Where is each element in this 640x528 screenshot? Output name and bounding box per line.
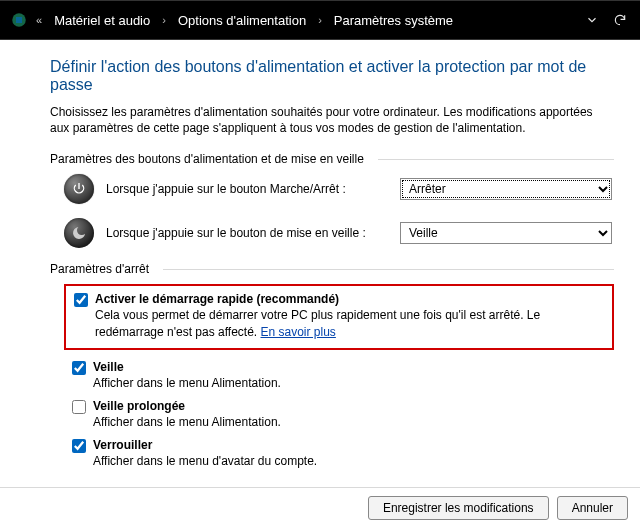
footer: Enregistrer les modifications Annuler	[0, 487, 640, 528]
lock-checkbox[interactable]	[72, 439, 86, 453]
fast-startup-checkbox[interactable]	[74, 293, 88, 307]
titlebar: « Matériel et audio › Options d'alimenta…	[0, 0, 640, 40]
sleep-button-select[interactable]: Veille	[400, 222, 612, 244]
refresh-icon[interactable]	[610, 10, 630, 30]
breadcrumb-separator-icon: ›	[318, 14, 322, 26]
hibernate-checkbox[interactable]	[72, 400, 86, 414]
fast-startup-highlight: Activer le démarrage rapide (recommandé)…	[64, 284, 614, 349]
cancel-button[interactable]: Annuler	[557, 496, 628, 520]
hibernate-desc: Afficher dans le menu Alimentation.	[93, 414, 614, 430]
lock-label: Verrouiller	[93, 438, 152, 452]
breadcrumb-system-settings[interactable]: Paramètres système	[334, 13, 453, 28]
lock-desc: Afficher dans le menu d'avatar du compte…	[93, 453, 614, 469]
fast-startup-desc: Cela vous permet de démarrer votre PC pl…	[95, 307, 604, 339]
content-area: Définir l'action des boutons d'alimentat…	[0, 40, 640, 473]
power-icon	[64, 174, 94, 204]
shutdown-settings-legend-text: Paramètres d'arrêt	[50, 262, 155, 276]
breadcrumb-hardware[interactable]: Matériel et audio	[54, 13, 150, 28]
power-button-label: Lorsque j'appuie sur le bouton Marche/Ar…	[106, 182, 388, 196]
shutdown-settings-legend: Paramètres d'arrêt	[50, 262, 614, 276]
learn-more-link[interactable]: En savoir plus	[261, 325, 336, 339]
sleep-icon	[64, 218, 94, 248]
control-panel-icon	[10, 11, 28, 29]
page-title: Définir l'action des boutons d'alimentat…	[50, 58, 614, 94]
back-history-icon[interactable]: «	[36, 14, 42, 26]
page-description: Choisissez les paramètres d'alimentation…	[50, 104, 614, 136]
fast-startup-label: Activer le démarrage rapide (recommandé)	[95, 292, 339, 306]
hibernate-label: Veille prolongée	[93, 399, 185, 413]
sleep-desc: Afficher dans le menu Alimentation.	[93, 375, 614, 391]
chevron-down-icon[interactable]	[582, 10, 602, 30]
sleep-button-label: Lorsque j'appuie sur le bouton de mise e…	[106, 226, 388, 240]
breadcrumb-power-options[interactable]: Options d'alimentation	[178, 13, 306, 28]
sleep-checkbox[interactable]	[72, 361, 86, 375]
sleep-label: Veille	[93, 360, 124, 374]
power-buttons-legend: Paramètres des boutons d'alimentation et…	[50, 152, 614, 166]
save-button[interactable]: Enregistrer les modifications	[368, 496, 549, 520]
power-button-select[interactable]: Arrêter	[400, 178, 612, 200]
breadcrumb-separator-icon: ›	[162, 14, 166, 26]
power-buttons-legend-text: Paramètres des boutons d'alimentation et…	[50, 152, 370, 166]
svg-rect-1	[16, 17, 22, 23]
